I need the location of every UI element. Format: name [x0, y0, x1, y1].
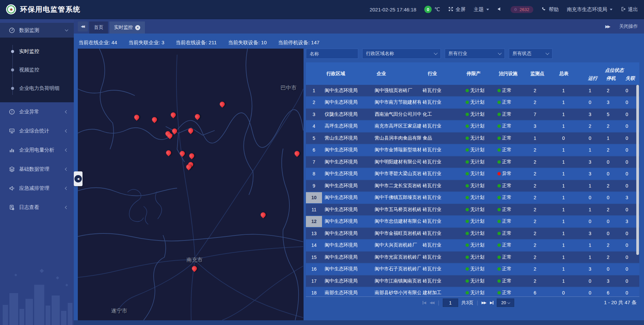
- cell-company: 阆中市金福旺页岩机砖: [372, 230, 421, 236]
- table-row[interactable]: 1阆中生态环境局阆中强锐页岩砖厂砖瓦行业无计划正常21120: [306, 85, 639, 97]
- status-dot-green: [497, 124, 501, 128]
- gauge-icon: [9, 27, 15, 34]
- help-button[interactable]: 帮助: [541, 6, 559, 13]
- sidebar-subitem-实时监控[interactable]: 实时监控: [0, 42, 74, 61]
- row-index: 1: [306, 85, 322, 96]
- sidebar-item-企业异常[interactable]: 企业异常: [0, 102, 74, 121]
- pagination-first-button[interactable]: ◀: [423, 301, 426, 305]
- sidebar-item-数据监测[interactable]: 数据监测: [0, 23, 74, 38]
- table-row[interactable]: 14阆中生态环境局阆中大兴页岩机砖厂砖瓦行业无计划正常21120: [306, 240, 639, 252]
- sidebar-item-应急减排管理[interactable]: 应急减排管理: [0, 179, 74, 198]
- limit-label: 无计划: [470, 218, 484, 224]
- cell-limit: 无计划: [463, 99, 493, 105]
- cell-company: 阆中千佛镇五郎垭页岩: [372, 195, 421, 201]
- table-scrollbar[interactable]: [636, 85, 639, 255]
- cell-points: 2: [525, 147, 553, 153]
- stat-label: 当前在线企业:: [78, 40, 111, 45]
- row-index: 7: [306, 156, 322, 168]
- close-operations-button[interactable]: 关闭操作: [619, 23, 638, 30]
- tab-首页[interactable]: 首页: [89, 21, 108, 34]
- table-row[interactable]: 16阆中生态环境局阆中市石子页岩机砖厂砖瓦行业无计划正常21300: [306, 264, 639, 276]
- limit-label: 无计划: [470, 207, 484, 213]
- page-size-select[interactable]: 20: [497, 299, 514, 307]
- cell-company: 南部县砂华小河有限公: [372, 290, 421, 296]
- cell-stop: 2: [600, 147, 619, 153]
- table-row[interactable]: 18南部生态环境局南部县砂华小河有限公建材加工无计划正常60060: [306, 287, 639, 297]
- table-row[interactable]: 2阆中生态环境局阆中市南方节能建材有砖瓦行业无计划正常21030: [306, 97, 639, 109]
- sidebar-item-label: 基础数据管理: [19, 166, 65, 172]
- table-row[interactable]: 3仪陇生态环境局西南油气田分公司川中化工无计划正常71350: [306, 109, 639, 121]
- status-dot-green: [497, 101, 501, 104]
- sidebar-item-日志查看[interactable]: 日志查看: [0, 198, 74, 217]
- notification-badge[interactable]: 2632: [511, 6, 533, 13]
- name-filter-input[interactable]: [306, 49, 358, 59]
- sidebar-subitem-企业电力负荷明细[interactable]: 企业电力负荷明细: [0, 79, 74, 98]
- table-row[interactable]: 11阆中生态环境局阆中市五马桥页岩机砖砖瓦行业无计划正常21120: [306, 204, 639, 216]
- cell-points: 2: [525, 266, 553, 272]
- cell-points: 3: [525, 123, 553, 129]
- limit-label: 无计划: [470, 254, 484, 260]
- status-dot-green: [497, 243, 501, 247]
- cell-limit: 无计划: [463, 159, 493, 165]
- facility-label: 正常: [502, 242, 512, 248]
- table-row[interactable]: 10阆中生态环境局阆中千佛镇五郎垭页岩砖瓦行业无计划正常21003: [306, 192, 639, 204]
- cell-limit: 无计划: [463, 242, 493, 248]
- table-row[interactable]: 7阆中生态环境局阆中明阳建材有限公司砖瓦行业无计划正常21300: [306, 156, 639, 168]
- cell-region: 阆中生态环境局: [322, 195, 372, 201]
- double-arrow-right-icon[interactable]: ▶▶: [605, 24, 610, 29]
- cell-facility: 正常: [493, 278, 525, 284]
- region-filter-select[interactable]: 行政区域名称: [362, 49, 441, 59]
- cell-lost: 0: [619, 171, 639, 176]
- table-row[interactable]: 6阆中生态环境局阆中市金博瑞新型墙材砖瓦行业无计划正常21120: [306, 145, 639, 157]
- sidebar-item-企业综合统计[interactable]: 企业综合统计: [0, 121, 74, 141]
- cell-stop: 0: [600, 159, 619, 165]
- sidebar-item-基础数据管理[interactable]: 基础数据管理: [0, 160, 74, 179]
- table-row[interactable]: 5营山生态环境局营山县润丰肉食品有限食品无计划正常10010: [306, 132, 639, 145]
- logout-button[interactable]: 退出: [621, 6, 638, 13]
- cell-run: 2: [580, 123, 600, 129]
- layers-icon: [9, 166, 15, 172]
- theme-dropdown[interactable]: 主题: [474, 6, 489, 13]
- sidebar-subitem-视频监控[interactable]: 视频监控: [0, 61, 74, 79]
- sidebar-item-企业用电量分析[interactable]: 企业用电量分析: [0, 141, 74, 160]
- fullscreen-button[interactable]: 全屏: [448, 6, 466, 13]
- table-row[interactable]: 12阆中生态环境局阆中市忠信建材有限公砖瓦行业无计划正常21003: [306, 216, 639, 228]
- industry-filter-select[interactable]: 所有行业: [445, 49, 505, 59]
- table-row[interactable]: 15阆中生态环境局阆中市光富页岩机砖厂砖瓦行业无计划正常21120: [306, 252, 639, 264]
- cell-points: 2: [525, 255, 553, 260]
- table-row[interactable]: 8阆中生态环境局阆中市枣碧大梁山页岩砖瓦行业无计划异常21300: [306, 168, 639, 180]
- org-dropdown[interactable]: 南充市生态环境局: [567, 6, 612, 13]
- table-row[interactable]: 9阆中生态环境局阆中市二龙长宝页岩砖砖瓦行业无计划正常21120: [306, 180, 639, 192]
- sound-button[interactable]: [497, 6, 502, 13]
- close-icon[interactable]: [135, 25, 140, 30]
- table-row[interactable]: 13阆中生态环境局阆中市金福旺页岩机砖砖瓦行业无计划正常21300: [306, 228, 639, 240]
- pagination-last-button[interactable]: ▶: [490, 301, 493, 305]
- status-filter-select[interactable]: 所有状态: [509, 49, 552, 59]
- limit-label: 无计划: [470, 195, 484, 201]
- cell-run: 3: [580, 171, 600, 176]
- cell-stop: 2: [600, 183, 619, 188]
- cell-limit: 无计划: [463, 111, 493, 117]
- cell-company: 西南油气田分公司川中: [372, 111, 421, 117]
- status-dot-green: [466, 148, 469, 152]
- pagination-page-input[interactable]: [443, 299, 458, 307]
- limit-label: 无计划: [470, 171, 484, 177]
- tab-实时监控[interactable]: 实时监控: [109, 21, 145, 34]
- stat-label: 当前失联设备:: [228, 40, 261, 45]
- table-row[interactable]: 17阆中生态环境局阆中市江南镇阆南页岩砖瓦行业无计划正常21030: [306, 275, 639, 287]
- pagination-next-button[interactable]: ▶▶: [482, 301, 487, 305]
- cell-points: 2: [525, 159, 553, 165]
- facility-label: 正常: [502, 290, 512, 296]
- map-collapse-button[interactable]: ◀: [74, 171, 83, 186]
- tabs-scroll-left-button[interactable]: ◀◀: [78, 21, 88, 32]
- pagination-prev-button[interactable]: ◀◀: [429, 301, 434, 305]
- table-row[interactable]: 4高坪生态环境局南充市高坪区王家店建砖瓦行业无计划正常31220: [306, 121, 639, 133]
- cell-limit: 无计划: [463, 278, 493, 284]
- map-panel[interactable]: 巴中市南充市遂宁市: [78, 49, 304, 320]
- chevron-left-icon: [65, 168, 68, 171]
- tab-label: 实时监控: [114, 24, 133, 31]
- cell-run: 3: [580, 266, 600, 272]
- chevron-down-icon: [434, 51, 437, 55]
- status-dot-green: [497, 291, 501, 294]
- chevron-left-icon: [65, 206, 68, 209]
